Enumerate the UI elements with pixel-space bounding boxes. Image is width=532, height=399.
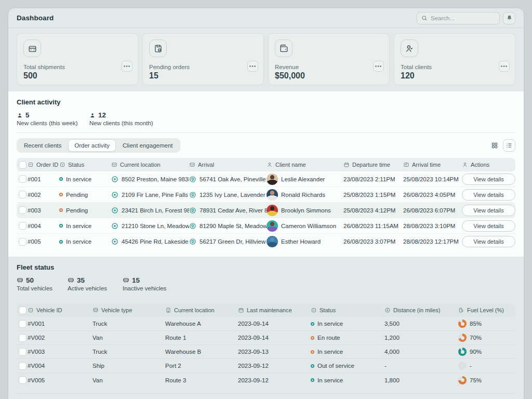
column-header-order-id[interactable]: Order ID <box>28 162 59 168</box>
fuel-gauge <box>458 320 467 328</box>
bus-icon <box>92 307 99 313</box>
vehicle-location: Port 2 <box>165 363 238 369</box>
view-details-button[interactable]: View details <box>462 220 515 232</box>
tab-recent-clients[interactable]: Recent clients <box>18 139 68 152</box>
order-row[interactable]: #005In service45426 Pine Rd, Lakeside 21… <box>17 234 515 249</box>
vehicle-type: Van <box>92 377 165 383</box>
stat-value: $50,000 <box>275 71 383 81</box>
row-checkbox[interactable] <box>19 320 26 328</box>
row-checkbox[interactable] <box>19 175 26 183</box>
location-circle-icon <box>111 176 118 183</box>
notifications-button[interactable] <box>503 12 515 24</box>
status-icon <box>59 162 65 168</box>
column-header-vehicle-type[interactable]: Vehicle type <box>92 307 165 313</box>
vehicle-fuel: 75% <box>458 376 515 384</box>
page-title: Dashboard <box>17 14 54 22</box>
view-details-button[interactable]: View details <box>462 205 515 216</box>
vehicle-distance: 1,800 <box>384 377 458 383</box>
card-more-button[interactable]: ••• <box>247 61 258 72</box>
search-box[interactable] <box>417 12 500 24</box>
map-pin-circle-icon <box>189 191 196 198</box>
vehicle-id: #V001 <box>28 321 92 327</box>
revenue-wallet-icon <box>279 44 289 54</box>
app-header: Dashboard <box>8 8 524 28</box>
column-header-status[interactable]: Status <box>59 162 111 168</box>
bell-icon <box>506 15 513 21</box>
column-header-distance-in-miles-[interactable]: Distance (in miles) <box>384 307 458 313</box>
stat-value: 50 <box>26 276 34 284</box>
pending-save-icon <box>153 44 163 54</box>
column-header-vehicle-id[interactable]: Vehicle ID <box>28 307 92 313</box>
order-id: #002 <box>28 192 59 198</box>
column-header-current-location[interactable]: Current location <box>165 307 238 313</box>
fleet-status-title: Fleet status <box>17 263 515 271</box>
vehicle-type: Ship <box>92 363 165 369</box>
card-more-button[interactable]: ••• <box>373 61 384 72</box>
row-checkbox[interactable] <box>19 222 26 230</box>
order-arrival-address: 1235 Ivy Lane, Lavender 54321 <box>189 191 267 198</box>
vehicle-row[interactable]: #V005VanRoute 32023-09-12In service1,800… <box>17 373 515 387</box>
vehicle-row[interactable]: #V001TruckWarehouse A2023-09-14In servic… <box>17 317 515 331</box>
card-icon <box>403 162 409 168</box>
vehicle-location: Warehouse A <box>165 321 238 327</box>
status-dot <box>311 364 314 368</box>
column-header-arrival-time[interactable]: Arrival time <box>403 162 462 168</box>
location-circle-icon <box>111 191 118 198</box>
grid-view-button[interactable] <box>488 139 501 152</box>
row-checkbox[interactable] <box>19 362 26 370</box>
stat-label: New clients (this week) <box>17 120 78 126</box>
fleet-status-section: Fleet status 50 Total vehicles 35 Active… <box>8 257 524 387</box>
tab-order-activity[interactable]: Order activity <box>68 139 116 152</box>
view-details-button[interactable]: View details <box>462 174 515 185</box>
card-more-button[interactable]: ••• <box>499 61 510 72</box>
list-view-button[interactable] <box>503 139 515 152</box>
stat-label: Revenue <box>275 64 383 70</box>
order-arrival-time: 25/08/2023 10:14PM <box>403 176 462 182</box>
user-icon <box>462 162 468 168</box>
row-checkbox[interactable] <box>19 206 26 214</box>
stat-value: 120 <box>401 71 509 81</box>
column-header-arrival[interactable]: Arrival <box>189 162 267 168</box>
row-checkbox[interactable] <box>19 376 26 384</box>
order-id: #004 <box>28 223 59 229</box>
fleet-table-body: #V001TruckWarehouse A2023-09-14In servic… <box>17 317 515 387</box>
card-more-button[interactable]: ••• <box>122 61 132 72</box>
vehicle-id: #V005 <box>28 377 92 383</box>
vehicle-row[interactable]: #V004ShipPort 22023-09-12Out of service-… <box>17 359 515 373</box>
order-current-location: 21210 Stone Ln, Meadow 12345 <box>111 222 189 230</box>
order-row[interactable]: #001In service8502 Preston, Maine 983805… <box>17 171 515 187</box>
search-input[interactable] <box>431 15 495 21</box>
row-checkbox[interactable] <box>19 348 26 356</box>
column-header-current-location[interactable]: Current location <box>111 162 189 168</box>
vehicle-row[interactable]: #V003TruckWarehouse B2023-09-13In servic… <box>17 345 515 359</box>
column-header-departure-time[interactable]: Departure time <box>343 162 403 168</box>
order-departure-time: 23/08/2023 2:11PM <box>343 176 403 182</box>
row-checkbox[interactable] <box>19 334 26 342</box>
column-header-last-maintenance[interactable]: Last maintenance <box>238 307 311 313</box>
client-activity-title: Client activity <box>17 98 515 106</box>
vehicle-id: #V003 <box>28 349 92 355</box>
order-row[interactable]: #004In service21210 Stone Ln, Meadow 123… <box>17 218 515 234</box>
vehicle-type: Truck <box>92 349 165 355</box>
stats-cards-row: Total shipments 500 ••• Pending orders 1… <box>8 28 524 91</box>
order-row[interactable]: #002Pending2109 Fir Lane, Pine Falls 876… <box>17 187 515 203</box>
select-all-vehicles-checkbox[interactable] <box>19 307 26 314</box>
select-all-orders-checkbox[interactable] <box>19 161 26 169</box>
status-dot <box>311 322 314 326</box>
row-checkbox[interactable] <box>19 191 26 198</box>
column-header-actions[interactable]: Actions <box>462 162 515 168</box>
column-header-status[interactable]: Status <box>311 307 384 313</box>
view-details-button[interactable]: View details <box>462 189 515 201</box>
column-header-fuel-level-[interactable]: Fuel Level (%) <box>458 307 515 313</box>
status-dot <box>311 378 314 382</box>
column-header-client-name[interactable]: Client name <box>267 162 343 168</box>
view-details-button[interactable]: View details <box>462 236 515 247</box>
row-checkbox[interactable] <box>19 238 26 246</box>
tab-client-engagement[interactable]: Client engagement <box>116 139 179 152</box>
stat-card-pending-orders: Pending orders 15 ••• <box>142 33 264 85</box>
vehicle-last-maintenance: 2023-09-13 <box>238 349 311 355</box>
client-activity-stats: 5 New clients (this week) 12 New clients… <box>17 111 515 126</box>
vehicle-row[interactable]: #V002VanRoute 12023-09-14En route1,20070… <box>17 331 515 345</box>
vehicle-id: #V002 <box>28 335 92 341</box>
order-row[interactable]: #003Pending23421 Birch Ln, Forest 987657… <box>17 203 515 218</box>
